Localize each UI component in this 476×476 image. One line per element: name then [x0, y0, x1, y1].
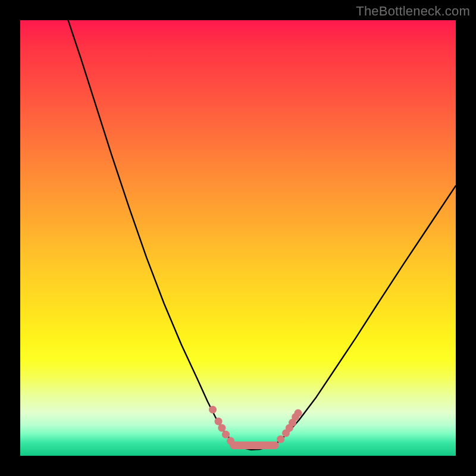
marker-dot	[218, 424, 226, 432]
curve-group	[68, 20, 456, 450]
marker-dot	[222, 431, 230, 439]
optimal-markers-left	[209, 406, 234, 445]
chart-svg	[20, 20, 456, 456]
marker-dot	[215, 418, 223, 425]
bottleneck-curve	[68, 20, 456, 450]
optimal-markers-right	[277, 409, 302, 443]
marker-dot	[277, 436, 284, 443]
marker-dot	[227, 437, 234, 445]
plot-area	[20, 20, 456, 456]
marker-dot	[209, 406, 217, 414]
chart-frame: TheBottleneck.com	[0, 0, 476, 476]
marker-dot	[295, 409, 302, 417]
watermark-text: TheBottleneck.com	[356, 4, 470, 19]
